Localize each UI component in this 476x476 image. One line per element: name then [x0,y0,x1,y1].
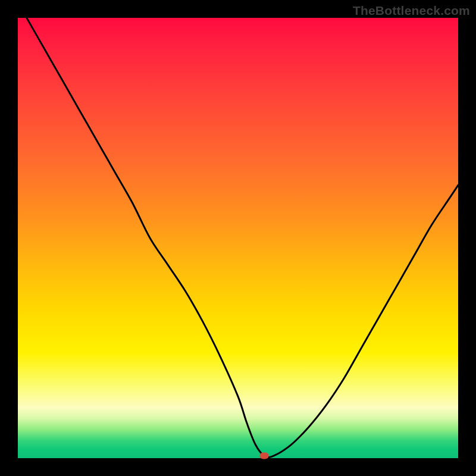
plot-area [18,18,458,458]
bottleneck-curve [27,18,458,458]
minimum-marker [260,453,269,459]
curve-svg [18,18,458,458]
watermark-text: TheBottleneck.com [353,4,470,18]
chart-frame: TheBottleneck.com [0,0,476,476]
